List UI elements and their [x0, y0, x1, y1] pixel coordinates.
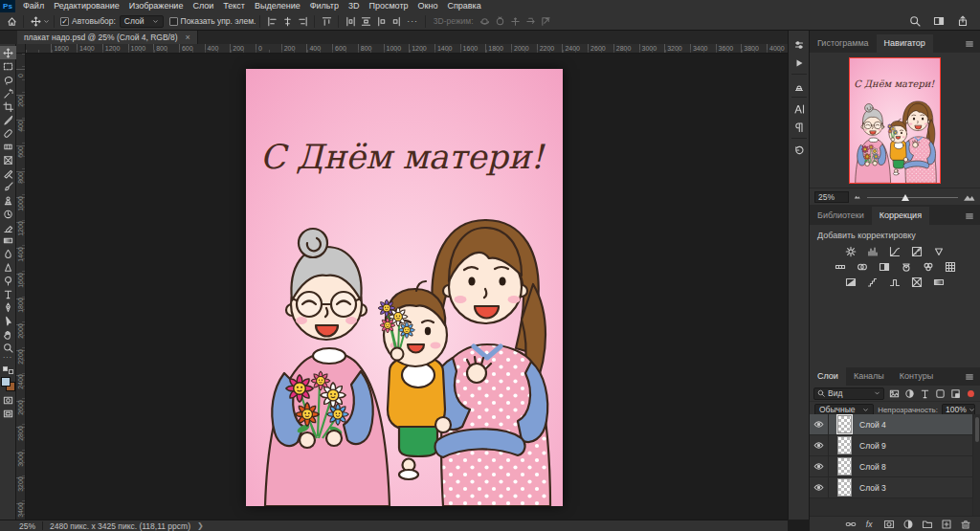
brightness-contrast-icon[interactable] [843, 245, 858, 258]
hue-saturation-icon[interactable] [833, 260, 848, 274]
distribute-h-icon[interactable] [343, 14, 358, 29]
color-lookup-icon[interactable] [943, 260, 958, 274]
home-icon[interactable] [4, 14, 19, 29]
layer-filter-select[interactable]: Вид [813, 387, 884, 400]
frame-tool[interactable] [0, 153, 16, 166]
distribute-left-icon[interactable] [373, 14, 389, 29]
layers-scrollbar[interactable] [972, 414, 980, 516]
move-tool[interactable] [0, 46, 16, 59]
tab-channels[interactable]: Каналы [846, 367, 892, 386]
menu-Выделение[interactable]: Выделение [250, 0, 305, 12]
workspace-icon[interactable] [931, 14, 947, 29]
type-tool[interactable] [0, 287, 16, 300]
eraser-tool[interactable] [0, 220, 16, 233]
layer-name[interactable]: Слой 3 [859, 483, 886, 493]
show-controls-checkbox[interactable] [169, 17, 178, 26]
layer-row[interactable]: Слой 9 [810, 435, 980, 456]
layer-visibility-eye-icon[interactable] [810, 414, 829, 435]
layer-visibility-eye-icon[interactable] [810, 435, 829, 456]
magic-wand-tool[interactable] [0, 86, 16, 100]
pen-tool[interactable] [0, 300, 16, 314]
layer-visibility-eye-icon[interactable] [810, 456, 829, 477]
menu-Редактирование[interactable]: Редактирование [49, 0, 124, 12]
menu-Фильтр[interactable]: Фильтр [305, 0, 344, 12]
layer-thumbnail[interactable] [837, 478, 852, 497]
brush-tool[interactable] [0, 180, 16, 193]
layer-name[interactable]: Слой 4 [859, 420, 886, 430]
align-top-icon[interactable] [319, 14, 334, 29]
shape-filter-icon[interactable] [933, 387, 947, 400]
status-popup-icon[interactable]: ❯ [197, 521, 204, 530]
status-zoom-field[interactable]: 25% [19, 521, 35, 531]
canvas-area[interactable] [26, 54, 788, 520]
info-panel-icon[interactable] [789, 35, 810, 54]
delete-layer-icon[interactable] [959, 518, 971, 530]
tab-paths[interactable]: Контуры [892, 367, 941, 386]
navigator-zoom-slider[interactable] [867, 191, 958, 203]
foreground-color-swatch[interactable] [1, 377, 11, 387]
actions-panel-icon[interactable] [789, 54, 810, 72]
navigator-zoom-field[interactable]: 25% [814, 191, 849, 203]
color-balance-icon[interactable] [855, 260, 870, 274]
left-ruler[interactable]: 0200400600800100012001400160018002000220… [16, 54, 26, 520]
history-panel-icon[interactable] [789, 141, 810, 159]
healing-brush-tool[interactable] [0, 126, 16, 140]
move-tool-preset-icon[interactable] [28, 14, 43, 29]
rect-marquee-tool[interactable] [0, 59, 16, 73]
close-tab-icon[interactable]: × [186, 33, 190, 42]
dodge-tool[interactable] [0, 274, 16, 287]
zoom-out-icon[interactable] [854, 192, 862, 201]
align-center-h-icon[interactable] [279, 14, 295, 29]
share-icon[interactable] [955, 14, 970, 29]
clone-source-panel-icon[interactable] [789, 77, 810, 95]
menu-Изображение[interactable]: Изображение [124, 0, 189, 12]
align-left-icon[interactable] [264, 14, 279, 29]
sharpen-tool[interactable] [0, 260, 16, 274]
menu-3D[interactable]: 3D [344, 0, 365, 12]
lasso-tool[interactable] [0, 73, 16, 86]
gradient-tool[interactable] [0, 233, 16, 247]
filter-toggle[interactable] [968, 390, 974, 397]
default-colors-icon[interactable] [3, 366, 13, 374]
panel-menu-icon[interactable] [959, 34, 980, 53]
layer-thumbnail[interactable] [837, 457, 852, 476]
autoselect-target-select[interactable]: Слой [120, 15, 164, 28]
posterize-icon[interactable] [865, 276, 880, 289]
paragraph-panel-icon[interactable] [789, 118, 810, 136]
tab-navigator[interactable]: Навигатор [877, 34, 933, 53]
vibrance-icon[interactable] [931, 245, 947, 258]
layer-thumbnail[interactable] [837, 436, 852, 454]
document-tab[interactable]: плакат надо.psd @ 25% (Слой 4, RGB/8) × [17, 31, 198, 44]
smart-filter-icon[interactable] [948, 387, 962, 400]
pixel-filter-icon[interactable] [887, 387, 901, 400]
slice-tool[interactable] [0, 166, 16, 180]
color-swatches[interactable] [1, 377, 15, 391]
history-brush-tool[interactable] [0, 207, 16, 220]
new-adjustment-icon[interactable] [902, 518, 914, 530]
3d-slide-icon[interactable] [523, 14, 539, 29]
selective-color-icon[interactable] [909, 276, 924, 289]
tab-histogram[interactable]: Гистограмма [810, 34, 877, 53]
new-group-icon[interactable] [921, 518, 933, 530]
panel-menu-icon[interactable] [959, 367, 980, 386]
exposure-icon[interactable] [909, 245, 924, 258]
ruler-corner[interactable] [16, 44, 26, 54]
character-panel-icon[interactable] [789, 100, 810, 118]
zoom-in-icon[interactable] [963, 190, 975, 203]
layer-thumbnail[interactable] [837, 415, 852, 433]
edit-toolbar-icon[interactable]: ··· [3, 354, 12, 364]
levels-icon[interactable] [865, 245, 880, 258]
distribute-v-icon[interactable] [358, 14, 373, 29]
black-white-icon[interactable] [877, 260, 892, 274]
zoom-tool[interactable] [0, 341, 16, 354]
layer-style-icon[interactable]: fx [863, 518, 876, 530]
hand-tool[interactable] [0, 327, 16, 341]
curves-icon[interactable] [887, 245, 902, 258]
threshold-icon[interactable] [887, 276, 902, 289]
layer-row[interactable]: Слой 8 [810, 456, 980, 477]
tab-adjustments[interactable]: Коррекция [872, 207, 929, 225]
menu-Слои[interactable]: Слои [188, 0, 218, 12]
clone-stamp-tool[interactable] [0, 193, 16, 207]
align-right-icon[interactable] [295, 14, 310, 29]
crop-tool[interactable] [0, 100, 16, 113]
